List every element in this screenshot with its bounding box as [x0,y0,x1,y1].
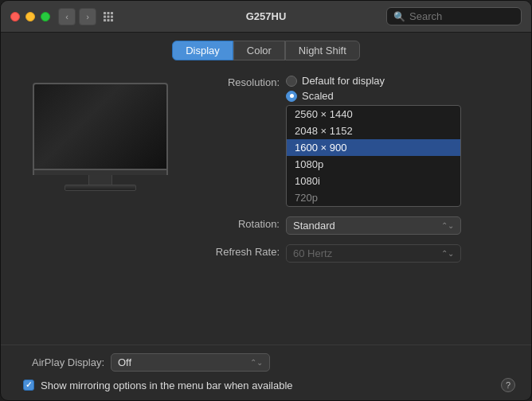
resolution-scaled-label: Scaled [302,90,334,102]
monitor-image [33,83,168,191]
resolution-scaled-row[interactable]: Scaled [286,90,515,102]
svg-rect-2 [111,12,113,14]
resolution-scaled-radio[interactable] [286,91,297,102]
window-title: G257HU [246,10,287,22]
airplay-label: AirPlay Display: [17,356,104,368]
airplay-dropdown[interactable]: Off ⌃⌄ [111,353,270,372]
close-button[interactable] [10,12,20,21]
res-item-0[interactable]: 2560 × 1440 [287,106,460,123]
search-input[interactable] [409,10,514,22]
resolution-default-radio[interactable] [286,76,297,87]
rotation-chevron-icon: ⌃⌄ [441,221,454,230]
refresh-rate-value: 60 Hertz [293,247,332,259]
search-box[interactable]: 🔍 [386,7,522,25]
res-item-5[interactable]: 720p [287,189,460,206]
tab-display[interactable]: Display [172,41,233,60]
svg-rect-6 [104,19,106,21]
res-item-4[interactable]: 1080i [287,173,460,189]
svg-rect-5 [111,15,113,18]
rotation-row: Rotation: Standard ⌃⌄ [200,216,515,235]
airplay-row: AirPlay Display: Off ⌃⌄ [17,353,515,372]
resolution-default-label: Default for display [302,75,385,87]
help-button[interactable]: ? [501,378,515,392]
forward-button[interactable]: › [79,8,96,25]
mirroring-row: ✓ Show mirroring options in the menu bar… [17,378,515,392]
svg-rect-4 [108,15,110,18]
window: ‹ › G257HU 🔍 [0,0,532,401]
airplay-chevron-icon: ⌃⌄ [250,358,263,367]
rotation-label: Rotation: [200,216,280,230]
svg-rect-0 [104,12,106,14]
monitor-foot [65,185,136,191]
refresh-rate-content: 60 Hertz ⌃⌄ [286,244,515,263]
rotation-dropdown[interactable]: Standard ⌃⌄ [286,216,461,235]
res-item-2[interactable]: 1600 × 900 [287,139,460,156]
resolution-row: Resolution: Default for display Scaled 2… [200,75,515,207]
minimize-button[interactable] [25,12,35,21]
svg-rect-3 [104,15,106,18]
refresh-rate-label: Refresh Rate: [200,244,280,258]
tab-night-shift[interactable]: Night Shift [285,41,360,60]
resolution-default-row[interactable]: Default for display [286,75,515,87]
svg-rect-7 [108,19,110,21]
tab-color[interactable]: Color [233,41,285,60]
svg-rect-1 [108,12,110,14]
res-item-1[interactable]: 2048 × 1152 [287,123,460,139]
main-section: Resolution: Default for display Scaled 2… [17,75,515,337]
nav-buttons: ‹ › [58,8,96,25]
rotation-content: Standard ⌃⌄ [286,216,515,235]
resolution-label: Resolution: [200,75,280,88]
airplay-value: Off [118,356,131,368]
refresh-rate-chevron-icon: ⌃⌄ [441,249,454,258]
res-item-3[interactable]: 1080p [287,156,460,173]
refresh-rate-dropdown: 60 Hertz ⌃⌄ [286,244,461,263]
grid-button[interactable] [100,8,117,25]
rotation-value: Standard [293,220,335,232]
tabs-bar: Display Color Night Shift [1,33,531,67]
search-icon: 🔍 [393,11,405,22]
monitor-preview [17,75,184,337]
titlebar-left: ‹ › [10,8,117,25]
checkmark-icon: ✓ [25,381,32,389]
bottom-area: AirPlay Display: Off ⌃⌄ ✓ Show mirroring… [1,345,531,400]
content: Resolution: Default for display Scaled 2… [1,67,531,345]
mirroring-label: Show mirroring options in the menu bar w… [41,380,293,391]
traffic-lights [10,12,50,21]
settings-panel: Resolution: Default for display Scaled 2… [200,75,515,337]
maximize-button[interactable] [41,12,50,21]
refresh-rate-row: Refresh Rate: 60 Hertz ⌃⌄ [200,244,515,263]
resolution-list: 2560 × 1440 2048 × 1152 1600 × 900 1080p… [286,105,461,207]
titlebar: ‹ › G257HU 🔍 [1,1,531,33]
monitor-screen [33,83,168,170]
monitor-neck [88,175,112,185]
mirroring-checkbox[interactable]: ✓ [23,380,34,391]
svg-rect-8 [111,19,113,21]
resolution-content: Default for display Scaled 2560 × 1440 2… [286,75,515,207]
back-button[interactable]: ‹ [58,8,76,25]
